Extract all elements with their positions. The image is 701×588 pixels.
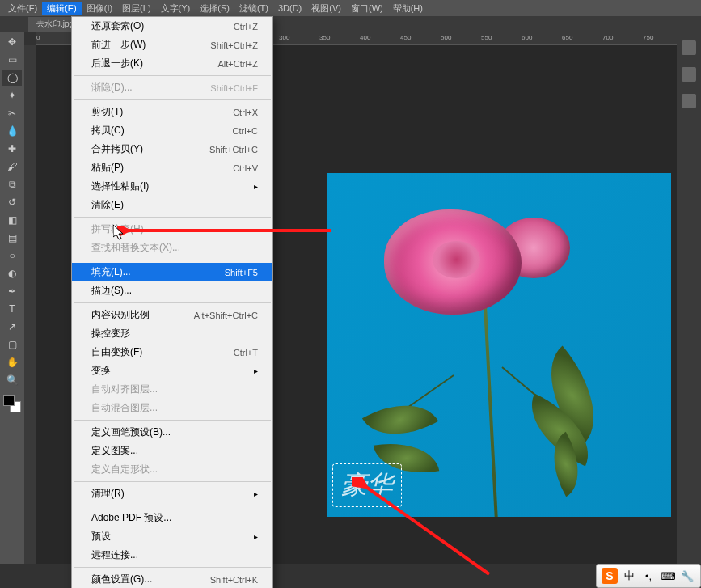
menu-item[interactable]: 清理(R) — [72, 484, 272, 503]
menu-item-shortcut: Ctrl+Z — [234, 22, 258, 32]
lasso-tool[interactable]: ◯ — [2, 70, 22, 86]
menu-item[interactable]: 粘贴(P)Ctrl+V — [72, 159, 272, 177]
menu-7[interactable]: 3D(D) — [273, 3, 306, 13]
gradient-tool[interactable]: ▤ — [2, 230, 22, 246]
menu-item: 渐隐(D)...Shift+Ctrl+F — [72, 78, 272, 97]
menu-item[interactable]: 前进一步(W)Shift+Ctrl+Z — [72, 36, 272, 54]
menu-item[interactable]: 填充(L)...Shift+F5 — [72, 263, 272, 281]
menu-5[interactable]: 选择(S) — [195, 2, 234, 15]
menu-item-label: 定义画笔预设(B)... — [91, 425, 171, 439]
menu-4[interactable]: 文字(Y) — [156, 2, 196, 15]
menu-10[interactable]: 帮助(H) — [388, 2, 428, 15]
menu-item-label: 清除(E) — [91, 198, 124, 212]
panel-icon[interactable] — [682, 40, 696, 55]
menu-item-label: 自动对齐图层... — [91, 383, 158, 396]
right-panel-collapsed — [677, 32, 701, 564]
ruler-tick: 450 — [400, 34, 411, 41]
menu-item-label: 颜色设置(G)... — [91, 573, 152, 586]
ruler-tick: 550 — [481, 34, 492, 41]
ime-toolbar[interactable]: S 中 •, ⌨ 🔧 — [596, 564, 701, 588]
ruler-tick: 350 — [319, 34, 330, 41]
menu-item-label: 预设 — [91, 530, 111, 544]
color-swatches[interactable] — [3, 395, 21, 412]
menu-item[interactable]: 剪切(T)Ctrl+X — [72, 103, 272, 121]
rect-tool[interactable]: ▢ — [2, 336, 22, 353]
flower-image: 豪华 — [327, 173, 671, 517]
pen-tool[interactable]: ✒ — [2, 283, 22, 299]
menu-item[interactable]: 选择性粘贴(I) — [72, 177, 272, 196]
menu-2[interactable]: 图像(I) — [82, 2, 117, 15]
type-tool[interactable]: T — [2, 301, 22, 317]
brush-tool[interactable]: 🖌 — [2, 159, 22, 175]
menu-item-shortcut: Shift+F5 — [225, 268, 258, 277]
menu-item-shortcut: Ctrl+V — [233, 163, 258, 173]
menu-separator — [74, 302, 271, 303]
wand-tool[interactable]: ✦ — [2, 87, 22, 104]
menubar: 文件(F)编辑(E)图像(I)图层(L)文字(Y)选择(S)滤镜(T)3D(D)… — [0, 0, 701, 16]
blur-tool[interactable]: ○ — [2, 247, 22, 264]
ruler-tick: 750 — [643, 34, 653, 41]
menu-item[interactable]: 自由变换(F)Ctrl+T — [72, 343, 272, 362]
menu-item-label: 定义图案... — [91, 444, 138, 458]
menu-item-label: 内容识别比例 — [91, 308, 150, 322]
watermark-selection[interactable]: 豪华 — [332, 463, 402, 507]
menu-item[interactable]: 描边(S)... — [72, 281, 272, 300]
menu-item-label: 剪切(T) — [91, 105, 123, 119]
menu-6[interactable]: 滤镜(T) — [234, 2, 273, 15]
eraser-tool[interactable]: ◧ — [2, 212, 22, 228]
menu-item[interactable]: 定义图案... — [72, 442, 272, 460]
panel-icon[interactable] — [682, 67, 696, 82]
ruler-tick: 500 — [441, 34, 451, 41]
menu-item[interactable]: 后退一步(K)Alt+Ctrl+Z — [72, 54, 272, 73]
menu-item[interactable]: 颜色设置(G)...Shift+Ctrl+K — [72, 570, 272, 588]
menu-item-label: 拼写检查(H)... — [91, 222, 152, 236]
hand-tool[interactable]: ✋ — [2, 354, 22, 370]
ime-punct-button[interactable]: •, — [640, 568, 657, 584]
ime-lang-button[interactable]: 中 — [621, 568, 637, 584]
menu-separator — [74, 420, 271, 421]
ime-logo-icon[interactable]: S — [602, 568, 618, 584]
menu-item[interactable]: 预设 — [72, 527, 272, 546]
move-tool[interactable]: ✥ — [2, 34, 22, 50]
menu-item[interactable]: 清除(E) — [72, 196, 272, 214]
zoom-tool[interactable]: 🔍 — [2, 372, 22, 388]
menu-1[interactable]: 编辑(E) — [42, 2, 82, 15]
menu-item[interactable]: 远程连接... — [72, 546, 272, 565]
menu-item-label: 自由变换(F) — [91, 345, 142, 359]
marquee-tool[interactable]: ▭ — [2, 52, 22, 68]
ime-keyboard-icon[interactable]: ⌨ — [660, 568, 676, 584]
dodge-tool[interactable]: ◐ — [2, 265, 22, 281]
menu-item[interactable]: 合并拷贝(Y)Shift+Ctrl+C — [72, 140, 272, 159]
menu-item-shortcut: Alt+Ctrl+Z — [217, 59, 258, 69]
ime-settings-icon[interactable]: 🔧 — [679, 568, 695, 584]
menu-item[interactable]: Adobe PDF 预设... — [72, 509, 272, 527]
menu-item-label: 查找和替换文本(X)... — [91, 241, 180, 255]
menu-3[interactable]: 图层(L) — [117, 2, 155, 15]
stamp-tool[interactable]: ⧉ — [2, 176, 22, 192]
menu-item[interactable]: 拷贝(C)Ctrl+C — [72, 121, 272, 140]
path-tool[interactable]: ↗ — [2, 319, 22, 335]
menu-item-label: 渐隐(D)... — [91, 81, 133, 95]
menu-item[interactable]: 内容识别比例Alt+Shift+Ctrl+C — [72, 306, 272, 324]
image-canvas[interactable]: 豪华 — [327, 173, 671, 517]
menu-9[interactable]: 窗口(W) — [346, 2, 388, 15]
menu-separator — [74, 481, 271, 482]
crop-tool[interactable]: ✂ — [2, 105, 22, 121]
menu-0[interactable]: 文件(F) — [3, 2, 42, 15]
menu-separator — [74, 506, 271, 506]
menu-item[interactable]: 变换 — [72, 362, 272, 380]
menu-8[interactable]: 视图(V) — [306, 2, 346, 15]
menu-item-label: 操控变形 — [91, 327, 130, 341]
menu-item-label: 自动混合图层... — [91, 401, 158, 415]
menu-item-shortcut: Shift+Ctrl+Z — [210, 40, 258, 50]
heal-tool[interactable]: ✚ — [2, 141, 22, 157]
history-tool[interactable]: ↺ — [2, 194, 22, 210]
menu-separator — [74, 567, 271, 568]
ruler-vertical — [24, 45, 36, 564]
panel-icon[interactable] — [682, 94, 696, 108]
menu-item[interactable]: 定义画笔预设(B)... — [72, 423, 272, 442]
menu-item[interactable]: 还原套索(O)Ctrl+Z — [72, 17, 272, 36]
menu-item-label: 还原套索(O) — [91, 19, 144, 33]
menu-item[interactable]: 操控变形 — [72, 324, 272, 343]
eyedrop-tool[interactable]: 💧 — [2, 123, 22, 139]
